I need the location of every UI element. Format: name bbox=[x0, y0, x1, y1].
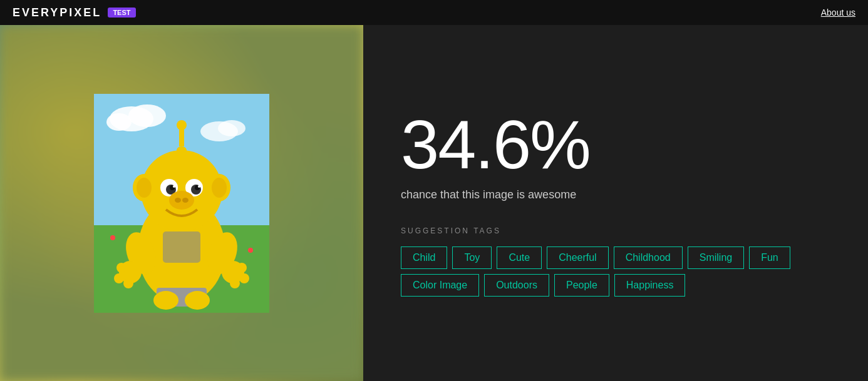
tag-item[interactable]: Happiness bbox=[614, 274, 686, 297]
test-badge: TEST bbox=[108, 8, 135, 18]
svg-point-33 bbox=[114, 273, 124, 283]
logo-text: EVERYPIXEL bbox=[13, 6, 101, 19]
tags-container: ChildToyCuteCheerfulChildhoodSmilingFun … bbox=[401, 246, 830, 297]
svg-point-32 bbox=[116, 263, 127, 273]
svg-point-38 bbox=[239, 273, 249, 283]
svg-point-28 bbox=[182, 198, 189, 203]
tag-item[interactable]: Outdoors bbox=[484, 274, 549, 297]
svg-point-41 bbox=[153, 291, 178, 310]
tag-item[interactable]: People bbox=[554, 274, 609, 297]
tags-row-1: ChildToyCuteCheerfulChildhoodSmilingFun bbox=[401, 246, 830, 269]
svg-point-15 bbox=[137, 178, 152, 198]
svg-rect-29 bbox=[163, 231, 200, 263]
svg-point-37 bbox=[237, 263, 247, 273]
svg-point-26 bbox=[169, 191, 194, 210]
header: EVERYPIXEL TEST About us bbox=[0, 0, 868, 25]
tag-item[interactable]: Cheerful bbox=[547, 246, 608, 269]
tag-item[interactable]: Childhood bbox=[614, 246, 683, 269]
tag-item[interactable]: Child bbox=[401, 246, 447, 269]
svg-point-39 bbox=[230, 278, 240, 288]
svg-point-27 bbox=[175, 198, 181, 203]
svg-point-34 bbox=[123, 278, 133, 288]
suggestion-label: SUGGESTION TAGS bbox=[401, 226, 830, 235]
tag-item[interactable]: Toy bbox=[452, 246, 492, 269]
svg-point-11 bbox=[177, 146, 187, 154]
svg-point-17 bbox=[212, 178, 227, 198]
svg-point-7 bbox=[110, 235, 115, 240]
main-content: 34.6% chance that this image is awesome … bbox=[0, 25, 868, 381]
svg-point-8 bbox=[248, 248, 253, 253]
tags-row-2: Color ImageOutdoorsPeopleHappiness bbox=[401, 274, 830, 297]
svg-point-5 bbox=[218, 120, 245, 136]
svg-point-2 bbox=[128, 104, 166, 127]
about-link[interactable]: About us bbox=[821, 8, 855, 18]
main-image bbox=[94, 94, 269, 313]
right-panel: 34.6% chance that this image is awesome … bbox=[363, 25, 868, 381]
svg-point-42 bbox=[185, 291, 210, 310]
tag-item[interactable]: Cute bbox=[497, 246, 542, 269]
left-panel bbox=[0, 25, 363, 381]
tag-item[interactable]: Color Image bbox=[401, 274, 479, 297]
svg-point-25 bbox=[198, 185, 200, 188]
tag-item[interactable]: Smiling bbox=[688, 246, 744, 269]
score-value: 34.6% bbox=[401, 110, 830, 179]
svg-point-13 bbox=[177, 120, 187, 130]
svg-point-3 bbox=[106, 113, 132, 131]
logo: EVERYPIXEL TEST bbox=[13, 6, 136, 19]
svg-point-24 bbox=[173, 185, 175, 188]
score-subtitle: chance that this image is awesome bbox=[401, 188, 830, 201]
tag-item[interactable]: Fun bbox=[749, 246, 790, 269]
